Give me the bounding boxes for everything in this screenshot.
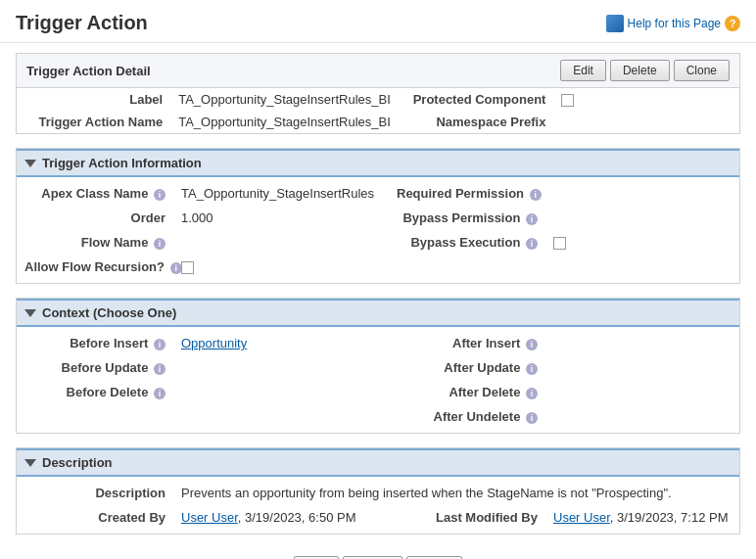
detail-block-title: Trigger Action Detail — [26, 64, 151, 78]
after-undelete-info-icon[interactable]: i — [526, 412, 538, 424]
before-insert-label: Before Insert i — [17, 334, 173, 352]
page-title: Trigger Action — [16, 12, 148, 34]
after-undelete-row: After Undelete i — [17, 404, 739, 429]
order-label: Order — [17, 209, 173, 227]
description-body: Description Prevents an opportunity from… — [17, 477, 739, 534]
before-delete-value — [173, 383, 389, 401]
delete-button-top[interactable]: Delete — [610, 60, 670, 81]
bypass-execution-checkbox — [553, 237, 566, 250]
page-header: Trigger Action Help for this Page ? — [0, 0, 756, 43]
before-delete-info-icon[interactable]: i — [154, 388, 165, 399]
before-insert-row: Before Insert i Opportunity After Insert… — [17, 331, 739, 355]
detail-table: Label TA_Opportunity_StageInsertRules_BI… — [17, 88, 739, 133]
before-update-row: Before Update i After Update i — [17, 355, 739, 380]
bypass-execution-label: Bypass Execution i — [389, 233, 545, 252]
allow-flow-recursion-row: Allow Flow Recursion? i — [17, 255, 739, 279]
trigger-action-info-body: Apex Class Name i TA_Opportunity_StageIn… — [17, 177, 739, 283]
allow-flow-recursion-label: Allow Flow Recursion? i — [17, 257, 173, 276]
apex-class-name-label: Apex Class Name i — [17, 184, 173, 203]
before-insert-info-icon[interactable]: i — [154, 339, 165, 350]
bypass-permission-info-icon[interactable]: i — [526, 213, 538, 225]
before-update-value — [173, 358, 389, 377]
protected-component-checkbox — [561, 94, 574, 107]
context-title: Context (Choose One) — [42, 305, 176, 320]
created-by-label: Created By — [17, 508, 173, 527]
description-section: Description Description Prevents an oppo… — [16, 447, 740, 535]
created-by-row: Created By User User, 3/19/2023, 6:50 PM… — [17, 505, 739, 530]
bypass-permission-label: Bypass Permission i — [389, 209, 545, 227]
empty-context-value — [173, 407, 389, 426]
last-modified-user-link[interactable]: User User — [553, 510, 610, 525]
context-collapse-icon[interactable] — [24, 309, 36, 317]
after-update-value — [545, 358, 739, 377]
created-by-value: User User, 3/19/2023, 6:50 PM — [173, 508, 389, 527]
order-value: 1.000 — [173, 209, 389, 227]
trigger-action-info-section: Trigger Action Information Apex Class Na… — [16, 148, 740, 284]
description-collapse-icon[interactable] — [24, 459, 36, 467]
last-modified-label: Last Modified By — [389, 508, 545, 527]
help-question-icon: ? — [725, 16, 740, 31]
trigger-action-detail-block: Trigger Action Detail Edit Delete Clone … — [16, 53, 740, 134]
apex-class-name-value: TA_Opportunity_StageInsertRules — [173, 184, 389, 203]
trigger-action-name-label: Trigger Action Name — [17, 111, 170, 133]
trigger-action-info-header: Trigger Action Information — [17, 149, 739, 177]
label-field-label: Label — [17, 88, 170, 111]
last-modified-value: User User, 3/19/2023, 7:12 PM — [545, 508, 739, 527]
allow-flow-recursion-checkbox — [181, 261, 194, 274]
context-header: Context (Choose One) — [17, 299, 739, 327]
required-permission-label: Required Permission i — [389, 184, 545, 203]
flow-name-row: Flow Name i Bypass Execution i — [17, 230, 739, 255]
trigger-action-name-row: Trigger Action Name TA_Opportunity_Stage… — [17, 111, 739, 133]
after-update-label: After Update i — [389, 358, 545, 377]
description-title: Description — [42, 455, 113, 470]
protected-component-label: Protected Component — [399, 88, 554, 111]
before-delete-row: Before Delete i After Delete i — [17, 380, 739, 404]
protected-component-value — [553, 88, 739, 111]
edit-button-top[interactable]: Edit — [560, 60, 606, 81]
created-by-user-link[interactable]: User User — [181, 510, 238, 525]
empty-value-1 — [545, 257, 739, 276]
before-update-info-icon[interactable]: i — [154, 363, 165, 375]
allow-flow-recursion-value — [173, 257, 389, 276]
trigger-action-info-title: Trigger Action Information — [42, 156, 202, 170]
bypass-permission-value — [545, 209, 739, 227]
after-delete-value — [545, 383, 739, 401]
after-undelete-value — [545, 407, 739, 426]
context-body: Before Insert i Opportunity After Insert… — [17, 327, 739, 433]
description-header: Description — [17, 448, 739, 477]
after-insert-label: After Insert i — [389, 334, 545, 352]
order-row: Order 1.000 Bypass Permission i — [17, 206, 739, 230]
bypass-execution-info-icon[interactable]: i — [526, 238, 538, 250]
context-section: Context (Choose One) Before Insert i Opp… — [16, 298, 740, 434]
flow-name-value — [173, 233, 389, 252]
detail-btn-group: Edit Delete Clone — [560, 60, 730, 81]
before-insert-link[interactable]: Opportunity — [181, 336, 247, 350]
apex-class-info-icon[interactable]: i — [154, 189, 165, 201]
before-insert-value: Opportunity — [173, 334, 389, 352]
flow-name-info-icon[interactable]: i — [154, 238, 165, 250]
clone-button-top[interactable]: Clone — [674, 60, 730, 81]
label-row: Label TA_Opportunity_StageInsertRules_BI… — [17, 88, 739, 111]
after-update-info-icon[interactable]: i — [526, 363, 538, 375]
after-insert-info-icon[interactable]: i — [526, 339, 538, 350]
after-delete-info-icon[interactable]: i — [526, 388, 538, 399]
before-update-label: Before Update i — [17, 358, 173, 377]
detail-block-header: Trigger Action Detail Edit Delete Clone — [17, 54, 739, 88]
empty-context-label — [17, 407, 173, 426]
after-delete-label: After Delete i — [389, 383, 545, 401]
namespace-prefix-value — [553, 111, 739, 133]
bypass-execution-value — [545, 233, 739, 252]
required-permission-info-icon[interactable]: i — [530, 189, 542, 201]
description-value: Prevents an opportunity from being inser… — [173, 484, 739, 502]
after-insert-value — [545, 334, 739, 352]
collapse-triangle-icon[interactable] — [24, 160, 36, 167]
namespace-prefix-label: Namespace Prefix — [399, 111, 554, 133]
apex-class-row: Apex Class Name i TA_Opportunity_StageIn… — [17, 181, 739, 206]
last-modified-date: , 3/19/2023, 7:12 PM — [610, 510, 729, 525]
description-row: Description Prevents an opportunity from… — [17, 481, 739, 505]
page-content: Trigger Action Detail Edit Delete Clone … — [0, 43, 756, 559]
empty-label-1 — [389, 257, 545, 276]
help-link[interactable]: Help for this Page ? — [606, 15, 740, 32]
help-link-text: Help for this Page — [628, 17, 721, 30]
description-label: Description — [17, 484, 173, 502]
